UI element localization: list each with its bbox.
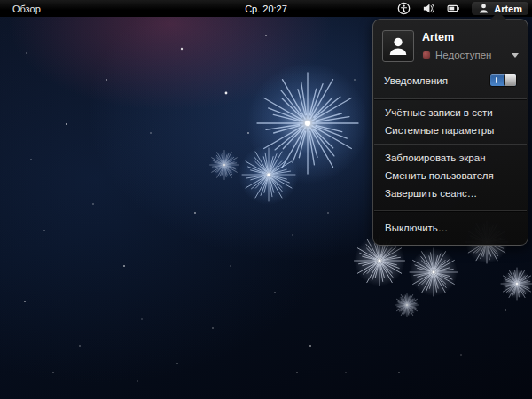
firework-medium <box>239 145 299 205</box>
user-menu-popup: Artem Недоступен Уведомления Учётные зап… <box>372 19 528 246</box>
activities-button[interactable]: Обзор <box>7 3 46 15</box>
firework-small <box>210 151 239 180</box>
user-icon <box>478 3 489 14</box>
separator <box>374 210 527 211</box>
user-name: Artem <box>422 31 519 43</box>
accessibility-icon[interactable] <box>397 2 411 15</box>
chevron-down-icon <box>512 53 519 58</box>
status-selector[interactable]: Недоступен <box>422 50 519 60</box>
status-label: Недоступен <box>435 50 491 60</box>
status-busy-icon <box>422 51 431 59</box>
battery-icon[interactable] <box>447 2 460 15</box>
menu-item-lock-screen[interactable]: Заблокировать экран <box>373 149 528 167</box>
user-details: Artem Недоступен <box>422 30 519 62</box>
toggle-knob <box>504 74 516 86</box>
menu-item-switch-user[interactable]: Сменить пользователя <box>373 167 528 184</box>
notifications-row: Уведомления <box>373 68 528 94</box>
volume-icon[interactable] <box>422 2 435 15</box>
notifications-toggle[interactable] <box>489 74 517 87</box>
menu-item-online-accounts[interactable]: Учётные записи в сети <box>373 104 528 121</box>
separator <box>374 98 527 99</box>
avatar[interactable] <box>382 30 414 62</box>
user-avatar-icon <box>387 35 409 57</box>
menu-item-log-out[interactable]: Завершить сеанс… <box>373 184 528 202</box>
menu-item-power-off[interactable]: Выключить… <box>373 219 528 237</box>
menu-item-system-settings[interactable]: Системные параметры <box>373 121 528 139</box>
toggle-on-mark <box>496 77 497 83</box>
separator <box>374 144 527 145</box>
top-bar: Обзор Ср. 20:27 <box>0 0 532 17</box>
notifications-label: Уведомления <box>384 75 448 86</box>
clock[interactable]: Ср. 20:27 <box>245 4 287 14</box>
desktop: Обзор Ср. 20:27 <box>0 0 532 399</box>
user-info-row: Artem Недоступен <box>373 26 528 68</box>
